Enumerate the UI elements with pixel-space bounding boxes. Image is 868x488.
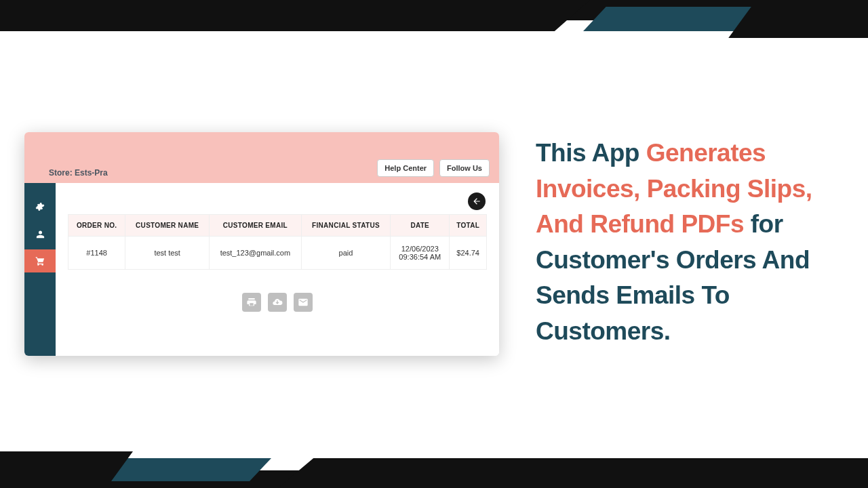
nav-customers[interactable] xyxy=(24,222,56,245)
top-bar-left-notch xyxy=(0,0,590,31)
hero-text: This App Generates Invoices, Packing Sli… xyxy=(536,136,841,349)
print-button[interactable] xyxy=(242,293,261,312)
col-date: DATE xyxy=(391,215,450,237)
hero-part1: This App xyxy=(536,139,646,167)
mail-icon xyxy=(298,297,309,308)
print-icon xyxy=(246,297,257,308)
orders-table: ORDER NO. CUSTOMER NAME CUSTOMER EMAIL F… xyxy=(68,214,487,270)
back-button[interactable] xyxy=(468,192,486,210)
table-row[interactable]: #1148 test test test_123@gmail.com paid … xyxy=(68,237,487,270)
nav-orders[interactable] xyxy=(24,249,56,272)
back-row xyxy=(68,192,486,210)
cell-date: 12/06/2023 09:36:54 AM xyxy=(391,237,450,270)
arrow-left-icon xyxy=(472,197,481,206)
cell-total: $24.74 xyxy=(450,237,487,270)
col-customer-email: CUSTOMER EMAIL xyxy=(210,215,302,237)
cell-date-line1: 12/06/2023 xyxy=(395,245,445,253)
user-icon xyxy=(35,229,45,239)
cloud-download-icon xyxy=(272,297,283,308)
cart-icon xyxy=(35,256,45,266)
cell-date-line2: 09:36:54 AM xyxy=(395,253,445,261)
download-button[interactable] xyxy=(268,293,287,312)
store-label: Store: Ests-Pra xyxy=(49,168,108,178)
col-customer-name: CUSTOMER NAME xyxy=(125,215,210,237)
gear-icon xyxy=(35,202,45,211)
action-bar xyxy=(68,293,487,312)
col-order-no: ORDER NO. xyxy=(68,215,125,237)
bottom-bar-right-notch xyxy=(278,458,868,488)
sidebar xyxy=(24,183,56,356)
nav-settings[interactable] xyxy=(24,195,56,218)
content-panel: ORDER NO. CUSTOMER NAME CUSTOMER EMAIL F… xyxy=(56,183,499,356)
cell-financial-status: paid xyxy=(301,237,390,270)
col-financial-status: FINANCIAL STATUS xyxy=(301,215,390,237)
email-button[interactable] xyxy=(294,293,313,312)
cell-customer-name: test test xyxy=(125,237,210,270)
header-buttons: Help Center Follow Us xyxy=(377,159,490,177)
cell-order-no: #1148 xyxy=(68,237,125,270)
col-total: TOTAL xyxy=(450,215,487,237)
app-header: Store: Ests-Pra Help Center Follow Us xyxy=(24,132,499,183)
follow-us-button[interactable]: Follow Us xyxy=(439,159,490,177)
help-center-button[interactable]: Help Center xyxy=(377,159,434,177)
app-screenshot: Store: Ests-Pra Help Center Follow Us OR… xyxy=(24,132,499,356)
cell-customer-email: test_123@gmail.com xyxy=(210,237,302,270)
